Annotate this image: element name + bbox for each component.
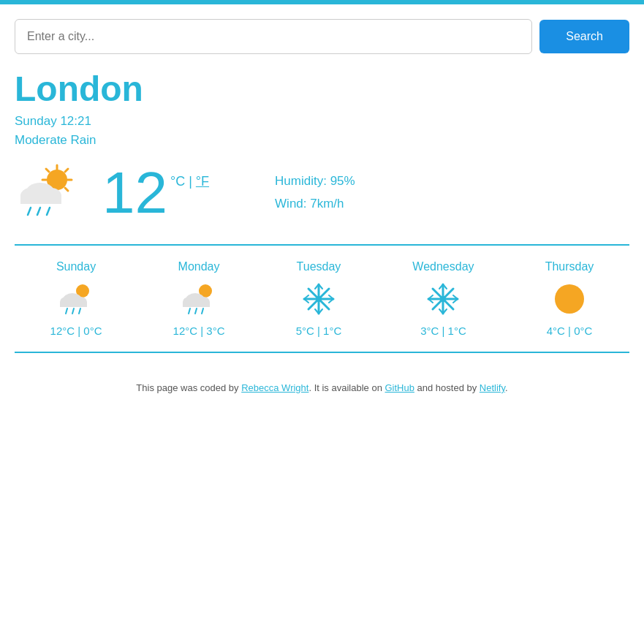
search-section: Search xyxy=(15,19,629,54)
forecast-temps-tuesday: 5°C | 1°C xyxy=(296,325,342,337)
main-container: Search London Sunday 12:21 Moderate Rain xyxy=(0,4,644,408)
footer: This page was coded by Rebecca Wright. I… xyxy=(15,382,629,393)
date-condition: Sunday 12:21 Moderate Rain xyxy=(15,112,629,149)
forecast-icon-tuesday xyxy=(300,281,337,317)
forecast-day-name: Wednesday xyxy=(412,260,474,273)
condition-text: Moderate Rain xyxy=(15,131,629,150)
svg-point-49 xyxy=(440,296,446,302)
svg-line-23 xyxy=(79,308,80,314)
forecast-wednesday: Wednesday xyxy=(412,260,474,337)
svg-line-5 xyxy=(46,169,49,172)
forecast-thursday: Thursday 4°C | 0°C xyxy=(545,260,594,337)
forecast-day-name: Monday xyxy=(178,260,220,273)
svg-line-29 xyxy=(189,308,190,314)
forecast-temps-monday: 12°C | 3°C xyxy=(173,325,225,337)
svg-rect-28 xyxy=(183,302,210,307)
forecast-icon-sunday xyxy=(58,281,94,317)
temperature-units: °C | °F xyxy=(170,174,209,189)
svg-line-30 xyxy=(195,308,197,314)
forecast-icon-monday xyxy=(181,281,217,317)
svg-line-21 xyxy=(66,308,67,314)
footer-text-after: and hosted by xyxy=(414,382,480,393)
svg-rect-12 xyxy=(20,196,61,204)
svg-point-58 xyxy=(555,284,584,314)
svg-point-36 xyxy=(316,296,322,302)
footer-text-before: This page was coded by xyxy=(136,382,241,393)
forecast-section: Sunday 12°C | 0°C Monday xyxy=(15,244,629,353)
svg-line-14 xyxy=(37,208,40,215)
forecast-temps-sunday: 12°C | 0°C xyxy=(50,325,102,337)
forecast-day-name: Thursday xyxy=(545,260,594,273)
svg-line-6 xyxy=(65,188,68,191)
humidity-text: Humidity: 95% xyxy=(275,170,355,193)
svg-line-31 xyxy=(202,308,203,314)
forecast-temps-wednesday: 3°C | 1°C xyxy=(420,325,466,337)
temperature-value: 12 xyxy=(102,164,167,222)
forecast-day-name: Sunday xyxy=(56,260,96,273)
date-text: Sunday 12:21 xyxy=(15,112,629,131)
current-weather: 12 °C | °F Humidity: 95% Wind: 7km/h xyxy=(15,164,629,222)
footer-netlify-link[interactable]: Netlify xyxy=(480,382,505,393)
svg-line-15 xyxy=(47,208,50,215)
forecast-icon-thursday xyxy=(551,281,588,317)
forecast-monday: Monday 12°C | 3°C xyxy=(173,260,225,337)
svg-line-8 xyxy=(65,169,68,172)
forecast-temps-thursday: 4°C | 0°C xyxy=(547,325,593,337)
forecast-day-name: Tuesday xyxy=(297,260,341,273)
search-button[interactable]: Search xyxy=(539,20,629,53)
weather-details: Humidity: 95% Wind: 7km/h xyxy=(275,170,355,215)
forecast-sunday: Sunday 12°C | 0°C xyxy=(50,260,102,337)
footer-text-middle: . It is available on xyxy=(308,382,384,393)
footer-period: . xyxy=(505,382,508,393)
svg-line-22 xyxy=(72,308,74,314)
search-input[interactable] xyxy=(15,19,532,54)
city-name: London xyxy=(15,69,629,109)
wind-text: Wind: 7km/h xyxy=(275,193,355,216)
forecast-tuesday: Tuesday xyxy=(296,260,342,337)
current-weather-icon xyxy=(15,164,80,222)
svg-rect-20 xyxy=(60,302,87,307)
forecast-icon-wednesday xyxy=(425,281,461,317)
footer-github-link[interactable]: GitHub xyxy=(384,382,414,393)
fahrenheit-toggle[interactable]: °F xyxy=(196,174,209,189)
temperature-display: 12 °C | °F xyxy=(102,164,209,222)
svg-line-13 xyxy=(28,208,31,215)
footer-author-link[interactable]: Rebecca Wright xyxy=(241,382,308,393)
